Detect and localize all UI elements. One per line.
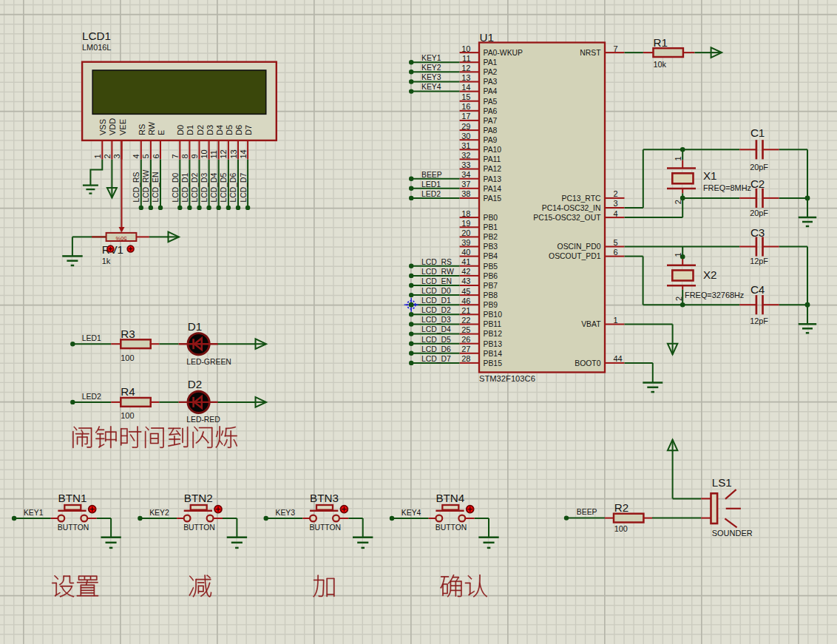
svg-text:50%: 50% <box>115 235 126 242</box>
svg-text:9: 9 <box>190 154 199 158</box>
svg-text:OSCOUT_PD1: OSCOUT_PD1 <box>549 252 601 260</box>
svg-text:STM32F103C6: STM32F103C6 <box>479 374 535 383</box>
svg-text:D1: D1 <box>186 125 194 135</box>
svg-text:PA9: PA9 <box>484 136 498 144</box>
svg-text:LED2: LED2 <box>421 190 441 198</box>
svg-text:LCD_D3: LCD_D3 <box>421 316 451 324</box>
svg-text:LCD_D1: LCD_D1 <box>181 172 189 202</box>
svg-text:11: 11 <box>209 150 218 158</box>
svg-text:1: 1 <box>93 154 102 158</box>
svg-text:PC13_RTC: PC13_RTC <box>562 194 601 203</box>
svg-text:3: 3 <box>614 199 618 208</box>
svg-text:14: 14 <box>461 83 470 92</box>
svg-text:26: 26 <box>461 335 470 344</box>
svg-text:PB6: PB6 <box>484 272 498 280</box>
svg-text:10: 10 <box>461 44 470 53</box>
svg-text:BTN2: BTN2 <box>184 492 213 504</box>
svg-text:4: 4 <box>132 154 140 158</box>
svg-text:42: 42 <box>461 267 470 276</box>
svg-text:100: 100 <box>614 524 628 533</box>
svg-text:D0: D0 <box>176 125 185 135</box>
svg-text:FREQ=32768Hz: FREQ=32768Hz <box>685 291 744 299</box>
svg-text:BTN3: BTN3 <box>310 492 339 504</box>
svg-text:D3: D3 <box>206 125 214 135</box>
svg-text:VBAT: VBAT <box>581 320 601 328</box>
svg-text:22: 22 <box>461 316 470 325</box>
svg-text:D1: D1 <box>188 320 202 333</box>
svg-text:VEE: VEE <box>118 119 127 135</box>
svg-text:25: 25 <box>461 325 470 334</box>
svg-text:8: 8 <box>180 154 189 158</box>
svg-text:31: 31 <box>461 141 470 150</box>
svg-text:LCD_D6: LCD_D6 <box>229 172 237 202</box>
svg-text:KEY2: KEY2 <box>149 509 169 517</box>
svg-text:BUTTON: BUTTON <box>58 523 89 532</box>
svg-text:LCD_EN: LCD_EN <box>152 172 160 203</box>
svg-text:PB8: PB8 <box>484 291 498 299</box>
svg-text:U1: U1 <box>480 31 494 44</box>
svg-text:BTN4: BTN4 <box>436 492 464 504</box>
svg-text:PB4: PB4 <box>484 252 498 260</box>
svg-text:2: 2 <box>103 154 112 158</box>
svg-text:PA3: PA3 <box>484 78 498 86</box>
svg-text:14: 14 <box>239 149 248 158</box>
svg-text:LED-GREEN: LED-GREEN <box>186 358 231 366</box>
svg-text:6: 6 <box>152 154 160 158</box>
svg-text:1: 1 <box>674 156 682 160</box>
svg-text:LCD_D6: LCD_D6 <box>421 345 451 353</box>
svg-text:15: 15 <box>461 92 470 101</box>
svg-text:LCD_D7: LCD_D7 <box>240 172 248 202</box>
svg-text:D6: D6 <box>234 125 243 135</box>
svg-text:10k: 10k <box>654 60 667 69</box>
svg-text:KEY3: KEY3 <box>421 73 441 81</box>
svg-text:13: 13 <box>461 73 470 82</box>
svg-text:R4: R4 <box>121 385 135 398</box>
svg-text:PA2: PA2 <box>484 68 498 76</box>
svg-text:12: 12 <box>461 64 470 72</box>
svg-text:20pF: 20pF <box>750 209 768 217</box>
svg-text:RS: RS <box>138 124 146 135</box>
svg-text:PA8: PA8 <box>484 126 498 135</box>
svg-text:2: 2 <box>614 189 618 198</box>
svg-text:D2: D2 <box>196 125 205 135</box>
svg-text:BUTTON: BUTTON <box>183 523 215 532</box>
svg-text:27: 27 <box>461 345 470 353</box>
svg-text:KEY3: KEY3 <box>276 509 296 517</box>
svg-text:PB7: PB7 <box>484 282 498 290</box>
svg-text:PA7: PA7 <box>484 117 498 125</box>
svg-text:SOUNDER: SOUNDER <box>712 529 753 538</box>
svg-text:43: 43 <box>461 277 470 285</box>
svg-text:12: 12 <box>219 149 228 158</box>
svg-text:5: 5 <box>614 238 618 247</box>
svg-text:PB15: PB15 <box>484 359 503 367</box>
svg-text:13: 13 <box>229 149 238 158</box>
svg-text:PB1: PB1 <box>484 223 498 231</box>
svg-text:LED2: LED2 <box>82 393 101 401</box>
svg-text:D7: D7 <box>244 125 253 135</box>
svg-text:LCD_D0: LCD_D0 <box>421 287 451 295</box>
svg-text:C3: C3 <box>750 226 765 239</box>
svg-text:LCD_D0: LCD_D0 <box>172 172 180 202</box>
svg-text:PB14: PB14 <box>484 350 503 358</box>
svg-text:29: 29 <box>461 122 470 131</box>
svg-text:D2: D2 <box>188 378 202 390</box>
svg-text:7: 7 <box>614 44 618 53</box>
svg-text:21: 21 <box>461 306 470 315</box>
svg-text:PB13: PB13 <box>484 340 503 348</box>
svg-text:BEEP: BEEP <box>577 508 597 516</box>
svg-text:BUTTON: BUTTON <box>310 523 342 532</box>
svg-text:3: 3 <box>112 154 121 158</box>
svg-text:VDD: VDD <box>108 118 117 135</box>
svg-text:45: 45 <box>461 287 470 296</box>
svg-text:46: 46 <box>461 296 470 305</box>
svg-text:PB0: PB0 <box>484 214 498 222</box>
svg-text:38: 38 <box>461 189 470 198</box>
svg-text:PA5: PA5 <box>484 98 498 106</box>
svg-text:C2: C2 <box>750 177 765 190</box>
svg-text:LCD_EN: LCD_EN <box>421 277 452 285</box>
svg-text:LCD_D1: LCD_D1 <box>421 296 451 305</box>
svg-text:E: E <box>157 130 166 135</box>
svg-text:R2: R2 <box>614 501 628 514</box>
svg-text:PB11: PB11 <box>484 320 502 328</box>
svg-text:PA13: PA13 <box>484 175 502 183</box>
